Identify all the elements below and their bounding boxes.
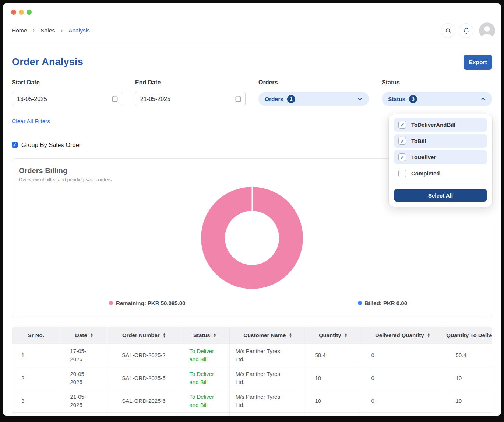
cell-status: To Deliver and Bill [180, 367, 229, 390]
table-row: 3 21-05-2025 SAL-ORD-2025-6 To Deliver a… [12, 390, 492, 412]
cell-quantity-to-deliver: 50.4 [445, 344, 492, 367]
sort-icon: ▲▼ [289, 333, 291, 338]
search-icon [445, 28, 451, 34]
cell-quantity-to-deliver: 10 [445, 390, 492, 412]
column-header-status[interactable]: Status▲▼ [180, 327, 229, 344]
cell-order-number: SAL-ORD-2025-6 [108, 390, 180, 412]
cell-date: 17-05-2025 [60, 344, 108, 367]
menu-item-todeliverandbill[interactable]: ToDeliverAndBill [394, 118, 487, 132]
orders-label: Orders [258, 79, 369, 87]
cell-sr-no: 1 [12, 344, 60, 367]
sort-icon: ▲▼ [214, 333, 216, 338]
cell-quantity [306, 412, 360, 416]
minimize-window-icon[interactable] [19, 10, 24, 15]
checkbox-icon[interactable] [398, 137, 406, 145]
end-date-input[interactable] [135, 92, 246, 106]
filter-bar: Start Date End Date Orders [12, 79, 492, 106]
legend-item-remaining[interactable]: Remaining: PKR 50,085.00 [109, 300, 185, 306]
table-row: 02-05-2025 To Deliver and Bill M/s Panth… [12, 412, 492, 416]
column-header-quantity-to-deliver[interactable]: Quantity To Deliver▲▼ [445, 327, 492, 344]
menu-item-todeliver[interactable]: ToDeliver [394, 150, 487, 164]
orders-dropdown-text: Orders [265, 96, 283, 102]
user-avatar[interactable] [479, 22, 495, 39]
notifications-button[interactable] [459, 23, 473, 38]
orders-dropdown[interactable]: Orders 1 [258, 92, 369, 106]
checkbox-icon[interactable] [398, 121, 406, 129]
search-button[interactable] [441, 23, 455, 38]
billed-legend-dot-icon [358, 301, 362, 305]
cell-sr-no: 3 [12, 390, 60, 412]
cell-delivered-quantity: 0 [360, 367, 445, 390]
end-date-filter: End Date [135, 79, 246, 106]
checkbox-icon[interactable] [398, 153, 406, 161]
cell-customer-name: M/s Panther Tyres Ltd. [229, 344, 306, 367]
cell-status: To Deliver and Bill [180, 390, 229, 412]
status-dropdown-text: Status [388, 96, 405, 102]
cell-delivered-quantity: 0 [360, 390, 445, 412]
breadcrumb-sales[interactable]: Sales [40, 27, 55, 34]
menu-divider [393, 184, 488, 184]
column-header-quantity[interactable]: Quantity▲▼ [306, 327, 360, 344]
donut-hole [225, 211, 279, 265]
cell-sr-no [12, 412, 60, 416]
legend-billed-text: Billed: PKR 0.00 [365, 300, 407, 306]
select-all-button[interactable]: Select All [394, 189, 487, 202]
cell-customer-name: M/s Panther Tyres Ltd. [229, 367, 306, 390]
orders-count-badge: 1 [287, 95, 295, 103]
donut-slice-separator [251, 187, 253, 212]
cell-quantity: 10 [306, 367, 360, 390]
cell-order-number [108, 412, 180, 416]
cell-quantity-to-deliver: 10 [445, 367, 492, 390]
group-by-checkbox[interactable] [12, 142, 18, 148]
column-header-order-number[interactable]: Order Number▲▼ [108, 327, 180, 344]
status-filter: Status Status 3 [382, 79, 492, 106]
legend-item-billed[interactable]: Billed: PKR 0.00 [358, 300, 407, 306]
chevron-down-icon [357, 96, 363, 102]
cell-sr-no: 2 [12, 367, 60, 390]
table-row: 2 20-05-2025 SAL-ORD-2025-5 To Deliver a… [12, 367, 492, 390]
cell-customer-name: M/s Panther Tyres Ltd. [229, 390, 306, 412]
cell-delivered-quantity [360, 412, 445, 416]
cell-quantity-to-deliver [445, 412, 492, 416]
donut-chart-wrap [201, 187, 303, 289]
table-row: 1 17-05-2025 SAL-ORD-2025-2 To Deliver a… [12, 344, 492, 367]
breadcrumb-analysis: Analysis [68, 27, 90, 34]
chart-legend: Remaining: PKR 50,085.00 Billed: PKR 0.0… [19, 300, 485, 306]
legend-remaining-text: Remaining: PKR 50,085.00 [116, 300, 185, 306]
page-title: Order Analysis [12, 56, 83, 68]
maximize-window-icon[interactable] [27, 10, 32, 15]
menu-item-completed[interactable]: Completed [394, 167, 487, 180]
column-header-customer-name[interactable]: Customer Name▲▼ [229, 327, 306, 344]
window-controls [11, 10, 32, 15]
top-bar: Home Sales Analysis [3, 3, 501, 43]
sort-icon: ▲▼ [345, 333, 347, 338]
chevron-right-icon [60, 29, 64, 33]
close-window-icon[interactable] [11, 10, 16, 15]
cell-date: 02-05-2025 [60, 412, 108, 416]
cell-delivered-quantity: 0 [360, 344, 445, 367]
start-date-filter: Start Date [12, 79, 122, 106]
column-header-sr-no: Sr No. [12, 327, 60, 344]
sort-icon: ▲▼ [428, 333, 430, 338]
chevron-up-icon [480, 96, 486, 102]
start-date-input[interactable] [12, 92, 122, 106]
group-by-label: Group By Sales Order [21, 142, 81, 149]
orders-filter: Orders Orders 1 [258, 79, 369, 106]
cell-order-number: SAL-ORD-2025-2 [108, 344, 180, 367]
end-date-label: End Date [135, 79, 246, 87]
sort-icon: ▲▼ [91, 333, 93, 338]
column-header-delivered-quantity[interactable]: Delivered Quantity▲▼ [360, 327, 445, 344]
column-header-date[interactable]: Date▲▼ [60, 327, 108, 344]
clear-all-filters-link[interactable]: Clear All Filters [12, 118, 50, 126]
menu-item-tobill[interactable]: ToBill [394, 134, 487, 148]
cell-quantity: 10 [306, 390, 360, 412]
cell-status: To Deliver and Bill [180, 412, 229, 416]
chevron-right-icon [32, 29, 36, 33]
export-button[interactable]: Export [464, 55, 492, 70]
app-window: Home Sales Analysis [3, 3, 501, 416]
cell-date: 21-05-2025 [60, 390, 108, 412]
checkbox-icon[interactable] [398, 170, 406, 177]
status-dropdown[interactable]: Status 3 [382, 92, 492, 106]
breadcrumb-home[interactable]: Home [12, 27, 27, 34]
cell-order-number: SAL-ORD-2025-5 [108, 367, 180, 390]
